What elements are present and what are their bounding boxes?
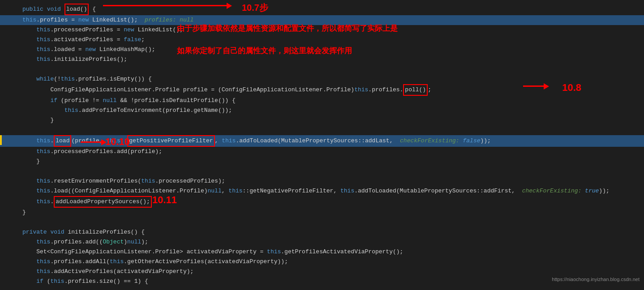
code-line-27: this.addActiveProfiles(activatedViaPrope… bbox=[0, 267, 644, 277]
watermark: https://niaochong.inyizhan.blog.csdn.net bbox=[552, 274, 640, 284]
code-line-18: this.resetEnvironmentProfiles(this.proce… bbox=[0, 176, 644, 186]
step-11-label: 10.11 bbox=[152, 195, 177, 205]
add-loaded-box: addLoadedPropertySources(); bbox=[54, 196, 152, 208]
empty-line-1 bbox=[0, 64, 644, 74]
code-line-20: this.addLoadedPropertySources(); 10.11 bbox=[0, 196, 644, 208]
code-line-16: } bbox=[0, 157, 644, 166]
code-line-26: this.profiles.addAll(this.getOtherActive… bbox=[0, 257, 644, 267]
keyword-public: public bbox=[22, 4, 43, 14]
code-line-24: this.profiles.add((Object)null); bbox=[0, 237, 644, 247]
step-10-annotation: 10.10 bbox=[81, 137, 130, 147]
load-box: load bbox=[54, 135, 71, 147]
code-line-8: while(!this.profiles.isEmpty()) { bbox=[0, 74, 644, 84]
annotation-line1: 由于步骤加载依然是属性资源和配置文件，所以都简写了实际上是 bbox=[177, 24, 398, 34]
code-line-23: private void initializeProfiles() { bbox=[0, 227, 644, 237]
method-load-box: load() bbox=[64, 4, 89, 15]
code-line-12: } bbox=[0, 115, 644, 125]
step-8-label: 10.8 bbox=[562, 83, 581, 93]
get-positive-box: getPositiveProfileFilter bbox=[127, 135, 215, 147]
this-keyword: this bbox=[22, 15, 36, 25]
empty-line-2 bbox=[0, 125, 644, 135]
code-line-15: this.processedProfiles.add(profile); bbox=[0, 147, 644, 157]
keyword-new: new bbox=[78, 15, 89, 25]
code-line-10: if (profile != null && !profile.isDefaul… bbox=[0, 96, 644, 106]
code-editor: public void load() { 10.7步 this.profiles… bbox=[0, 4, 644, 286]
step-10-label: 10.10 bbox=[105, 137, 130, 147]
empty-line-4 bbox=[0, 218, 644, 227]
code-line-25: Set<ConfigFileApplicationListener.Profil… bbox=[0, 247, 644, 257]
code-line-19: this.load((ConfigFileApplicationListener… bbox=[0, 186, 644, 196]
code-line-1: public void load() { 10.7步 bbox=[0, 4, 644, 15]
poll-box: poll() bbox=[403, 84, 428, 96]
code-line-11: this.addProfileToEnvironment(profile.get… bbox=[0, 106, 644, 115]
keyword-void: void bbox=[47, 4, 61, 14]
code-line-21: } bbox=[0, 208, 644, 218]
empty-line-3 bbox=[0, 166, 644, 176]
code-line-9: ConfigFileApplicationListener.Profile pr… bbox=[0, 84, 644, 96]
annotation-line2: 如果你定制了自己的属性文件，则这里就会发挥作用 bbox=[177, 46, 398, 56]
code-line-6: this.initializeProfiles(); bbox=[0, 55, 644, 64]
sidebar-indicator bbox=[0, 135, 2, 145]
step-7-label: 10.7步 bbox=[242, 3, 268, 13]
annotation-description: 由于步骤加载依然是属性资源和配置文件，所以都简写了实际上是 如果你定制了自己的属… bbox=[177, 24, 398, 43]
code-line-28: if (this.profiles.size() == 1) { bbox=[0, 277, 644, 286]
